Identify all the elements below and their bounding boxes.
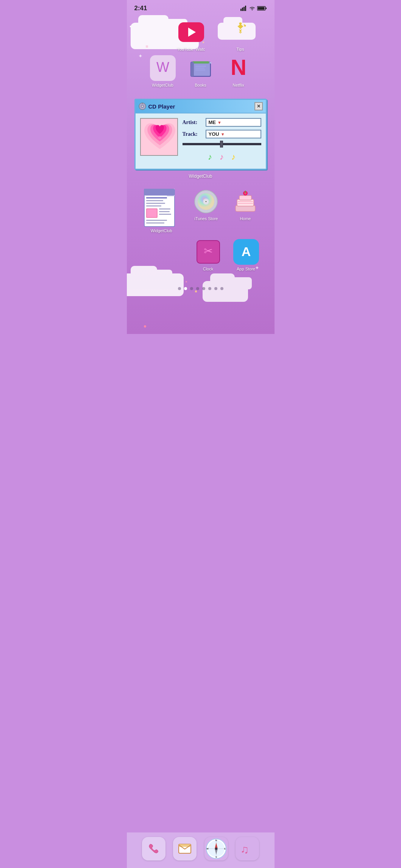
clock-label: Clock xyxy=(203,267,214,271)
cd-disc-icon xyxy=(139,102,146,110)
battery-icon xyxy=(257,6,267,11)
youtube-label: YouTube: Watc xyxy=(177,47,205,51)
svg-rect-43 xyxy=(146,200,163,201)
books-label: Books xyxy=(195,83,206,87)
svg-point-34 xyxy=(142,106,143,107)
appstore-icon: A xyxy=(233,239,259,265)
svg-rect-51 xyxy=(146,220,167,221)
svg-text:W: W xyxy=(156,59,169,75)
app-youtube[interactable]: YouTube: Watc xyxy=(176,19,206,51)
svg-rect-42 xyxy=(146,197,167,199)
svg-rect-28 xyxy=(195,70,205,70)
app-appstore[interactable]: A App Store xyxy=(231,239,261,271)
svg-rect-62 xyxy=(238,201,253,202)
clock-icon: ✂ xyxy=(195,239,221,265)
svg-text:N: N xyxy=(231,55,247,79)
cd-artist-field: Artist: ME ▼ xyxy=(183,118,261,127)
tips-label: Tips xyxy=(236,47,244,51)
youtube-icon xyxy=(178,19,204,45)
svg-rect-47 xyxy=(147,209,157,217)
svg-rect-25 xyxy=(191,62,194,76)
svg-rect-49 xyxy=(159,211,170,212)
svg-text:✂: ✂ xyxy=(204,242,212,259)
widgetclub1-icon: W xyxy=(150,55,176,81)
page-dots xyxy=(127,281,275,296)
app-home[interactable]: Home xyxy=(230,189,261,233)
cd-player-title-text: CD Player xyxy=(148,103,175,110)
icons-area: WidgetClub xyxy=(127,185,275,281)
status-time: 2:41 xyxy=(134,5,147,12)
svg-rect-26 xyxy=(195,66,206,67)
svg-rect-48 xyxy=(159,208,170,210)
icons-row-4: ✂ Clock A App Store xyxy=(136,239,265,271)
svg-rect-14 xyxy=(265,8,267,9)
app-widgetclub1[interactable]: W WidgetClub xyxy=(148,55,178,87)
cd-controls: ♪ ♪ ♪ xyxy=(183,148,261,164)
page-dot-6[interactable] xyxy=(208,287,211,290)
svg-rect-63 xyxy=(238,203,253,204)
svg-rect-44 xyxy=(146,203,165,204)
cd-track-field: Track: YOU ▼ xyxy=(183,130,261,138)
cd-track-value: YOU ▼ xyxy=(206,130,261,138)
cd-player-widget: CD Player ✕ xyxy=(134,99,267,170)
status-bar: 2:41 xyxy=(127,0,275,14)
cd-track-label: Track: xyxy=(183,131,203,137)
page-dot-5[interactable] xyxy=(202,287,205,290)
itunes-label: iTunes Store xyxy=(195,216,218,221)
app-tips[interactable]: Tips xyxy=(225,19,256,51)
books-icon xyxy=(188,55,214,81)
appstore-label: App Store xyxy=(237,267,255,271)
cd-note-green: ♪ xyxy=(208,152,212,162)
app-clock[interactable]: ✂ Clock xyxy=(193,239,223,271)
cd-artist-label: Artist: xyxy=(183,120,203,126)
widgetclub-widget-label: WidgetClub xyxy=(127,174,275,179)
status-icons xyxy=(240,6,267,11)
svg-rect-50 xyxy=(159,214,171,215)
svg-text:A: A xyxy=(241,244,251,259)
svg-rect-10 xyxy=(242,8,243,11)
cd-artist-value: ME ▼ xyxy=(206,118,261,127)
page-dot-2[interactable] xyxy=(184,287,187,290)
page-dot-4[interactable] xyxy=(196,287,199,290)
app-widgetclub2[interactable]: WidgetClub xyxy=(140,189,182,233)
svg-rect-11 xyxy=(243,7,245,11)
icons-row-3: WidgetClub xyxy=(136,189,265,233)
cd-artist-dropdown[interactable]: ▼ xyxy=(217,120,222,125)
svg-rect-64 xyxy=(239,196,251,200)
svg-rect-15 xyxy=(257,7,264,10)
cd-close-button[interactable]: ✕ xyxy=(254,102,263,110)
page-dot-8[interactable] xyxy=(220,287,223,290)
svg-rect-9 xyxy=(240,9,242,11)
cd-note-pink: ♪ xyxy=(220,152,224,162)
app-itunes[interactable]: iTunes Store xyxy=(191,189,221,233)
svg-rect-24 xyxy=(192,61,209,64)
cd-album-art xyxy=(140,118,178,156)
svg-rect-52 xyxy=(146,222,164,224)
cd-note-yellow: ♪ xyxy=(231,152,236,162)
home-label: Home xyxy=(240,216,251,221)
page-dot-1[interactable] xyxy=(178,287,181,290)
widgetclub2-label: WidgetClub xyxy=(151,228,172,233)
svg-rect-67 xyxy=(245,191,246,193)
netflix-label: Netflix xyxy=(232,83,244,87)
itunes-icon xyxy=(193,189,219,214)
page-dot-3[interactable] xyxy=(190,287,193,290)
svg-point-58 xyxy=(205,201,207,202)
youtube-play-icon xyxy=(188,28,196,37)
newspaper-icon xyxy=(142,189,180,227)
cd-player-title-left: CD Player xyxy=(139,102,175,110)
widgetclub1-label: WidgetClub xyxy=(152,83,173,87)
svg-point-37 xyxy=(158,136,161,139)
svg-rect-12 xyxy=(245,6,246,11)
netflix-icon: N xyxy=(226,55,251,81)
cd-progress-bar[interactable] xyxy=(183,143,261,145)
page-dot-7[interactable] xyxy=(214,287,217,290)
cd-player-titlebar: CD Player ✕ xyxy=(136,100,266,113)
app-netflix[interactable]: N Netflix xyxy=(223,55,254,87)
app-books[interactable]: Books xyxy=(186,55,216,87)
cd-info-panel: Artist: ME ▼ Track: YOU ▼ xyxy=(183,118,261,164)
cd-player-body: Artist: ME ▼ Track: YOU ▼ xyxy=(136,113,266,169)
cd-track-dropdown[interactable]: ▼ xyxy=(221,132,225,137)
home-icon xyxy=(232,189,258,214)
svg-rect-45 xyxy=(146,205,161,207)
